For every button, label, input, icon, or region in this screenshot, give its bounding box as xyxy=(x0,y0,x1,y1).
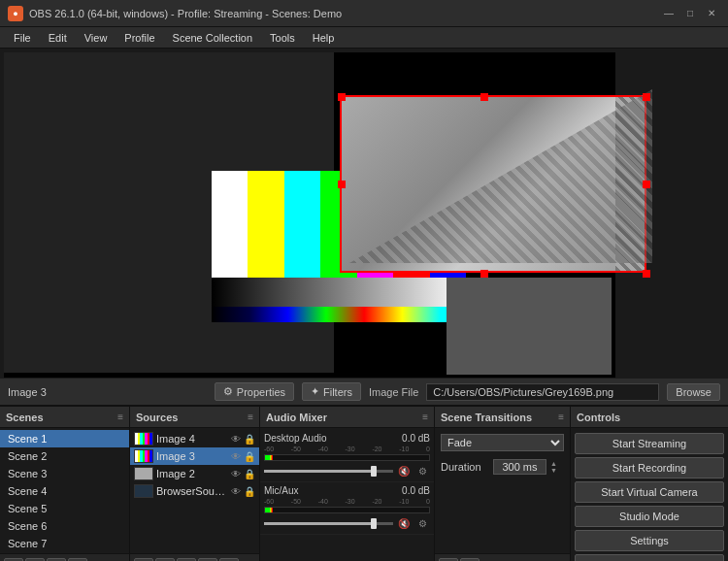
audio-meter-fill xyxy=(265,508,273,512)
scale-label: -10 xyxy=(399,498,409,505)
transitions-menu-icon[interactable]: ≡ xyxy=(558,412,564,422)
menu-profile[interactable]: Profile xyxy=(116,30,162,46)
audio-db-value: 0.0 dB xyxy=(402,433,430,444)
audio-content: Desktop Audio 0.0 dB -60-50-40-30-20-100… xyxy=(260,428,434,561)
audio-track: Mic/Aux 0.0 dB -60-50-40-30-20-100 🔇 ⚙ xyxy=(260,482,434,535)
scene-item[interactable]: Scene 5 xyxy=(0,500,129,517)
add-source-button[interactable]: + xyxy=(134,558,153,562)
transitions-header: Scene Transitions ≡ xyxy=(435,407,570,428)
bottom-right-element xyxy=(447,278,612,375)
browse-button[interactable]: Browse xyxy=(667,383,720,401)
scene-item[interactable]: Scene 1 xyxy=(0,430,129,447)
transition-type-select[interactable]: CutFadeSwipeSlideStingerFade to ColorLum… xyxy=(441,434,564,451)
sources-header: Sources ≡ xyxy=(130,407,259,428)
close-button[interactable]: ✕ xyxy=(703,5,720,22)
scene-item[interactable]: Scene 2 xyxy=(0,447,129,465)
duration-spinner[interactable]: ▲ ▼ xyxy=(550,460,557,474)
scene-item[interactable]: Scene 4 xyxy=(0,482,129,500)
spin-up-icon[interactable]: ▲ xyxy=(550,460,557,467)
handle-middle-left[interactable] xyxy=(338,181,346,188)
handle-bottom-right[interactable] xyxy=(643,270,650,278)
grayscale-bar xyxy=(212,278,466,307)
visibility-toggle-icon[interactable]: 👁 xyxy=(231,486,241,497)
scene-item[interactable]: Scene 3 xyxy=(0,465,129,482)
source-name-label: Image 2 xyxy=(156,468,228,479)
visibility-toggle-icon[interactable]: 👁 xyxy=(231,469,241,479)
vcam-btn[interactable]: Start Virtual Camera xyxy=(575,481,724,503)
bottom-panel: Scenes ≡ Scene 1Scene 2Scene 3Scene 4Sce… xyxy=(0,406,728,561)
audio-volume-slider[interactable] xyxy=(264,522,393,525)
handle-top-right[interactable] xyxy=(643,93,650,101)
scale-label: -40 xyxy=(318,498,328,505)
scenes-footer: + − ▲ ▼ xyxy=(0,553,129,561)
settings-btn[interactable]: Settings xyxy=(575,530,724,551)
handle-top-middle[interactable] xyxy=(480,93,488,101)
add-transition-button[interactable]: + xyxy=(439,558,458,562)
lock-icon[interactable]: 🔒 xyxy=(244,486,255,497)
visibility-toggle-icon[interactable]: 👁 xyxy=(231,451,241,462)
source-settings-button[interactable]: ⚙ xyxy=(177,558,196,562)
scene-item[interactable]: Scene 7 xyxy=(0,535,129,552)
sources-list: Image 4👁🔒Image 3👁🔒Image 2👁🔒BrowserSource… xyxy=(130,428,259,553)
source-up-button[interactable]: ▲ xyxy=(198,558,217,562)
menu-help[interactable]: Help xyxy=(305,30,343,46)
scale-label: -20 xyxy=(372,446,381,452)
handle-middle-right[interactable] xyxy=(643,181,650,188)
menu-file[interactable]: File xyxy=(6,30,39,46)
remove-transition-button[interactable]: − xyxy=(460,558,480,562)
minimize-button[interactable]: — xyxy=(660,5,678,22)
scenes-header: Scenes ≡ xyxy=(0,407,129,428)
add-scene-button[interactable]: + xyxy=(4,558,23,562)
source-down-button[interactable]: ▼ xyxy=(219,558,239,562)
lock-icon[interactable]: 🔒 xyxy=(244,469,255,479)
audio-track-header: Desktop Audio 0.0 dB xyxy=(264,433,430,444)
audio-menu-icon[interactable]: ≡ xyxy=(422,412,428,422)
stream-btn[interactable]: Start Streaming xyxy=(575,433,724,454)
scale-label: -20 xyxy=(372,498,381,505)
scale-label: 0 xyxy=(426,446,430,452)
source-item[interactable]: Image 3👁🔒 xyxy=(130,447,259,465)
sources-menu-icon[interactable]: ≡ xyxy=(248,412,253,422)
source-thumbnail xyxy=(134,467,153,480)
remove-source-button[interactable]: − xyxy=(155,558,175,562)
menu-edit[interactable]: Edit xyxy=(41,30,75,46)
scene-up-button[interactable]: ▲ xyxy=(47,558,66,562)
audio-volume-slider[interactable] xyxy=(264,470,393,473)
maximize-button[interactable]: □ xyxy=(681,5,699,22)
selected-image[interactable] xyxy=(340,95,646,273)
exit-btn[interactable]: Exit xyxy=(575,554,724,561)
scale-label: -10 xyxy=(399,446,409,452)
lock-icon[interactable]: 🔒 xyxy=(244,434,255,445)
properties-button[interactable]: ⚙ Properties xyxy=(215,382,294,401)
studio-btn[interactable]: Studio Mode xyxy=(575,506,724,527)
record-btn[interactable]: Start Recording xyxy=(575,457,724,478)
controls-content: Start StreamingStart RecordingStart Virt… xyxy=(571,428,728,561)
remove-scene-button[interactable]: − xyxy=(25,558,45,562)
source-item[interactable]: Image 2👁🔒 xyxy=(130,465,259,482)
filters-button[interactable]: ✦ Filters xyxy=(302,382,361,401)
audio-settings-icon[interactable]: ⚙ xyxy=(414,515,430,531)
audio-settings-icon[interactable]: ⚙ xyxy=(414,463,430,478)
mute-button[interactable]: 🔇 xyxy=(396,515,412,531)
title-bar: ● OBS 26.1.0 (64-bit, windows) - Profile… xyxy=(0,0,728,27)
audio-panel: Audio Mixer ≡ Desktop Audio 0.0 dB -60-5… xyxy=(260,407,435,561)
scene-down-button[interactable]: ▼ xyxy=(68,558,87,562)
audio-track-name: Mic/Aux xyxy=(264,485,299,496)
handle-bottom-middle[interactable] xyxy=(480,270,488,278)
menu-tools[interactable]: Tools xyxy=(262,30,303,46)
source-name-label: Image 4 xyxy=(156,433,228,445)
menu-scene-collection[interactable]: Scene Collection xyxy=(165,30,261,46)
duration-input[interactable] xyxy=(493,459,546,475)
scene-item[interactable]: Scene 6 xyxy=(0,517,129,535)
spin-down-icon[interactable]: ▼ xyxy=(550,467,557,474)
scenes-list: Scene 1Scene 2Scene 3Scene 4Scene 5Scene… xyxy=(0,428,129,553)
visibility-toggle-icon[interactable]: 👁 xyxy=(231,434,241,445)
handle-top-left[interactable] xyxy=(338,93,346,101)
source-item[interactable]: BrowserSource👁🔒 xyxy=(130,482,259,500)
menu-view[interactable]: View xyxy=(77,30,116,46)
scenes-menu-icon[interactable]: ≡ xyxy=(117,412,123,422)
source-item[interactable]: Image 4👁🔒 xyxy=(130,430,259,447)
lock-icon[interactable]: 🔒 xyxy=(244,451,255,462)
mute-button[interactable]: 🔇 xyxy=(396,463,412,478)
image-file-path-input[interactable] xyxy=(426,383,659,401)
